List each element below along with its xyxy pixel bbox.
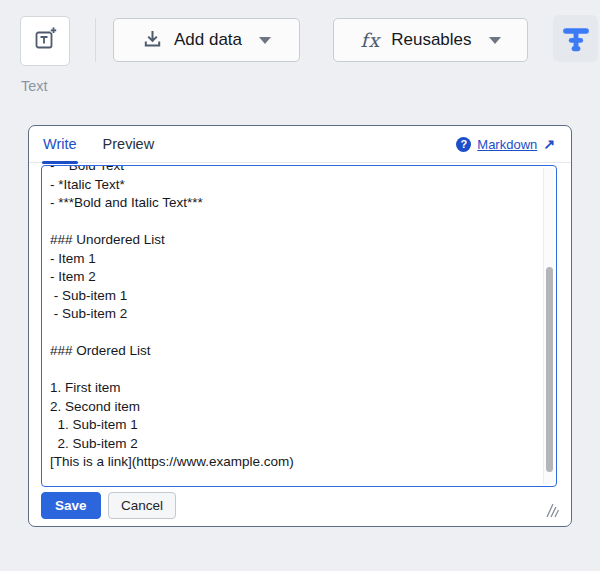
add-data-label: Add data bbox=[174, 30, 242, 50]
reusables-label: Reusables bbox=[391, 30, 471, 50]
add-data-button[interactable]: Add data bbox=[113, 18, 300, 62]
save-button[interactable]: Save bbox=[41, 492, 101, 519]
cancel-button[interactable]: Cancel bbox=[108, 492, 176, 519]
markdown-textarea-content: - **Bold Text** - *Italic Text* - ***Bol… bbox=[42, 165, 556, 472]
text-formatting-icon bbox=[561, 24, 591, 54]
fx-function-icon: fx bbox=[360, 29, 380, 51]
editor-tabs-row: Write Preview ? Markdown ↗ bbox=[29, 126, 571, 163]
textarea-scrollbar-thumb[interactable] bbox=[546, 267, 553, 472]
toolbar-divider bbox=[95, 18, 96, 62]
download-icon bbox=[142, 28, 163, 52]
resize-handle[interactable] bbox=[543, 502, 561, 518]
tab-preview[interactable]: Preview bbox=[103, 126, 155, 162]
markdown-docs-link[interactable]: Markdown bbox=[477, 137, 537, 152]
chevron-down-icon bbox=[259, 37, 271, 44]
markdown-textarea[interactable]: - **Bold Text** - *Italic Text* - ***Bol… bbox=[41, 165, 557, 487]
markdown-help-cluster: ? Markdown ↗ bbox=[456, 136, 555, 152]
chevron-down-icon bbox=[489, 37, 501, 44]
insert-text-cell-button[interactable] bbox=[20, 16, 70, 66]
textarea-scrollbar-track[interactable] bbox=[543, 168, 554, 484]
text-cell-editor-panel: Write Preview ? Markdown ↗ - **Bold Text… bbox=[28, 125, 572, 527]
text-formatting-button[interactable] bbox=[553, 15, 598, 62]
tab-write[interactable]: Write bbox=[43, 126, 77, 162]
text-tool-caption: Text bbox=[21, 78, 48, 94]
canvas-background: Text Add data fx Reusables bbox=[0, 0, 600, 571]
help-icon[interactable]: ? bbox=[456, 137, 471, 152]
reusables-button[interactable]: fx Reusables bbox=[333, 18, 528, 62]
external-link-icon: ↗ bbox=[543, 136, 555, 152]
text-cell-insert-icon bbox=[32, 26, 59, 56]
